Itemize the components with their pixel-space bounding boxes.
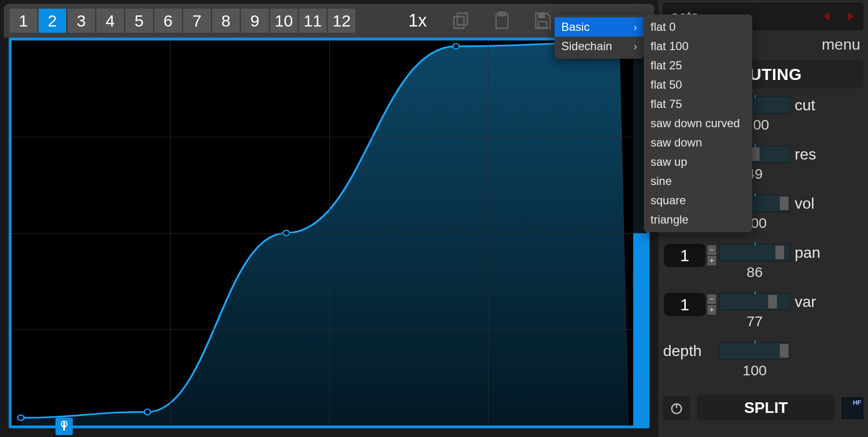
anchor-icon[interactable]: [55, 418, 73, 435]
pattern-tab-3[interactable]: 3: [68, 9, 95, 33]
spinner-value: 1: [664, 293, 705, 316]
menu-item-sidechain[interactable]: Sidechain›: [555, 37, 644, 56]
svg-rect-5: [538, 22, 547, 27]
menu-item-basic[interactable]: Basic›: [555, 17, 644, 37]
spinner-minus-button[interactable]: −: [707, 245, 717, 255]
spinner-value: 1: [664, 244, 705, 267]
slider-track[interactable]: [719, 293, 790, 310]
pattern-tab-12[interactable]: 12: [328, 9, 355, 33]
curve-handle[interactable]: [144, 409, 150, 414]
pattern-tab-2[interactable]: 2: [39, 9, 66, 33]
hf-chip[interactable]: HF: [842, 397, 863, 419]
preset-prev-icon[interactable]: [817, 7, 837, 26]
spinner-minus-button[interactable]: −: [707, 294, 717, 305]
param-row-pan: 1 − + 86 pan: [663, 243, 863, 291]
slider-track[interactable]: [719, 244, 790, 261]
curve-handle[interactable]: [18, 415, 24, 420]
split-button[interactable]: SPLIT: [697, 395, 835, 421]
slider-thumb[interactable]: [779, 196, 789, 211]
submenu-item[interactable]: saw down curved: [644, 114, 752, 133]
step-spinner[interactable]: 1 − +: [664, 293, 717, 316]
svg-rect-1: [454, 16, 464, 28]
chevron-right-icon: ›: [634, 22, 637, 33]
copy-icon[interactable]: [450, 9, 473, 32]
pattern-tab-5[interactable]: 5: [125, 9, 153, 33]
param-label: pan: [791, 243, 825, 262]
preset-next-icon[interactable]: [841, 7, 860, 26]
spinner-plus-button[interactable]: +: [707, 255, 717, 266]
preset-category-menu[interactable]: Basic›Sidechain›: [555, 14, 644, 59]
slider-thumb[interactable]: [779, 344, 789, 358]
pattern-tab-10[interactable]: 10: [270, 9, 298, 33]
step-spinner[interactable]: 1 − +: [664, 244, 717, 267]
slider-value: 86: [746, 264, 762, 280]
pattern-tab-11[interactable]: 11: [299, 9, 326, 33]
submenu-item[interactable]: square: [644, 191, 752, 210]
param-label: cut: [791, 95, 825, 114]
curve-editor[interactable]: [9, 38, 650, 428]
preset-submenu[interactable]: flat 0flat 100flat 25flat 50flat 75saw d…: [644, 14, 752, 232]
svg-rect-0: [457, 13, 467, 25]
submenu-item[interactable]: flat 75: [644, 94, 752, 114]
submenu-item[interactable]: saw down: [644, 133, 752, 152]
paste-icon[interactable]: [490, 9, 514, 32]
submenu-item[interactable]: saw up: [644, 152, 752, 172]
power-button[interactable]: [663, 396, 690, 420]
slider-value: 77: [746, 313, 762, 330]
pattern-tab-7[interactable]: 7: [183, 9, 211, 33]
spinner-plus-button[interactable]: +: [707, 305, 717, 315]
submenu-item[interactable]: flat 0: [644, 17, 752, 37]
pattern-tab-4[interactable]: 4: [96, 9, 124, 33]
param-label: var: [791, 292, 825, 311]
pattern-tab-8[interactable]: 8: [212, 9, 240, 33]
param-label: depth: [663, 341, 702, 360]
submenu-item[interactable]: flat 100: [644, 37, 752, 56]
param-label: vol: [791, 194, 825, 212]
chevron-right-icon: ›: [634, 41, 637, 52]
submenu-item[interactable]: flat 50: [644, 75, 752, 94]
slider-thumb[interactable]: [768, 294, 777, 309]
submenu-item[interactable]: flat 25: [644, 56, 752, 75]
slider-thumb[interactable]: [775, 245, 785, 260]
submenu-item[interactable]: sine: [644, 172, 752, 191]
slider-track[interactable]: [719, 342, 790, 359]
save-icon[interactable]: [531, 9, 554, 32]
pattern-tab-1[interactable]: 1: [10, 9, 37, 33]
param-row-depth: depth 100: [663, 341, 863, 389]
pattern-tabs: 123456789101112: [10, 9, 355, 33]
pattern-tab-9[interactable]: 9: [241, 9, 269, 33]
curve-handle[interactable]: [453, 43, 459, 49]
slider-value: 100: [743, 362, 767, 379]
param-label: res: [791, 145, 825, 163]
hf-label: HF: [853, 399, 861, 406]
zoom-indicator[interactable]: 1x: [408, 11, 427, 31]
submenu-item[interactable]: triangle: [644, 210, 752, 229]
pattern-tab-6[interactable]: 6: [154, 9, 182, 33]
svg-rect-4: [538, 13, 545, 18]
param-row-var: 1 − + 77 var: [663, 292, 863, 340]
